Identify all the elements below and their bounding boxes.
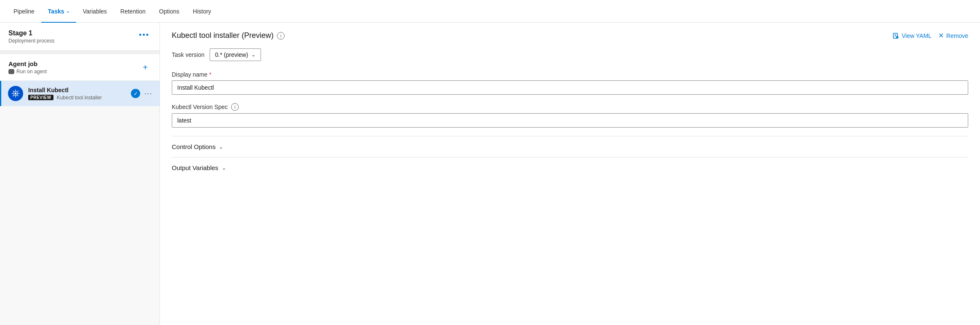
output-variables-chevron-icon: ⌄ <box>222 165 226 171</box>
svg-rect-14 <box>896 36 898 38</box>
task-more-button[interactable]: ⋮ <box>144 90 153 97</box>
view-yaml-label: View YAML <box>902 32 932 39</box>
remove-button[interactable]: ✕ Remove <box>938 32 968 40</box>
nav-tasks[interactable]: Tasks ⌄ <box>41 0 76 23</box>
agent-icon <box>8 69 14 74</box>
svg-line-5 <box>13 91 14 92</box>
left-panel: Stage 1 Deployment process ••• Agent job… <box>0 23 160 325</box>
right-header-actions: View YAML ✕ Remove <box>892 32 968 40</box>
display-name-input[interactable] <box>172 80 968 95</box>
version-chevron-icon: ⌄ <box>251 52 256 58</box>
agent-job-sub: Run on agent <box>8 69 47 75</box>
task-badges: PREVIEW Kubectl tool installer <box>28 95 126 101</box>
view-yaml-button[interactable]: View YAML <box>892 32 932 39</box>
svg-point-0 <box>15 93 17 95</box>
right-panel: Kubectl tool installer (Preview) i View … <box>160 23 980 325</box>
kubectl-version-info-icon[interactable]: i <box>231 103 239 111</box>
control-options-header[interactable]: Control Options ⌄ <box>172 143 968 150</box>
control-options-chevron-icon: ⌄ <box>219 144 223 150</box>
stage-info: Stage 1 Deployment process <box>8 29 54 44</box>
task-check-icon: ✓ <box>131 89 140 98</box>
agent-job-info: Agent job Run on agent <box>8 60 47 75</box>
top-navigation: Pipeline Tasks ⌄ Variables Retention Opt… <box>0 0 980 23</box>
kubectl-version-input[interactable] <box>172 113 968 128</box>
nav-history[interactable]: History <box>186 0 218 23</box>
title-info-icon[interactable]: i <box>277 32 285 40</box>
control-options-label: Control Options <box>172 143 216 150</box>
svg-line-7 <box>17 91 19 92</box>
stage-subtitle: Deployment process <box>8 38 54 44</box>
right-panel-title: Kubectl tool installer (Preview) <box>172 31 274 40</box>
task-version-label: Task version <box>172 51 205 58</box>
yaml-icon <box>892 32 899 39</box>
task-version-row: Task version 0.* (preview) ⌄ <box>172 48 968 61</box>
version-value: 0.* (preview) <box>215 51 248 58</box>
kubectl-version-group: Kubectl Version Spec i <box>172 103 968 128</box>
agent-job-title: Agent job <box>8 60 47 67</box>
task-version-select[interactable]: 0.* (preview) ⌄ <box>210 48 261 61</box>
svg-line-6 <box>17 95 19 96</box>
kubernetes-svg <box>11 89 20 98</box>
kubectl-icon <box>8 86 23 101</box>
nav-retention[interactable]: Retention <box>114 0 152 23</box>
right-header-left: Kubectl tool installer (Preview) i <box>172 31 285 40</box>
nav-variables[interactable]: Variables <box>76 0 114 23</box>
agent-job-section: Agent job Run on agent + <box>0 54 160 81</box>
preview-badge: PREVIEW <box>28 95 53 100</box>
output-variables-section: Output Variables ⌄ <box>172 157 968 178</box>
task-info: Install Kubectl PREVIEW Kubectl tool ins… <box>28 87 126 101</box>
task-item[interactable]: Install Kubectl PREVIEW Kubectl tool ins… <box>0 81 160 106</box>
task-actions: ✓ ⋮ <box>131 89 153 98</box>
required-star: * <box>209 71 211 78</box>
task-description: Kubectl tool installer <box>57 95 102 101</box>
tasks-chevron-icon: ⌄ <box>66 9 69 13</box>
stage-more-button[interactable]: ••• <box>137 29 151 40</box>
display-name-group: Display name * <box>172 71 968 95</box>
nav-options[interactable]: Options <box>152 0 186 23</box>
agent-job-subtitle: Run on agent <box>16 69 47 75</box>
output-variables-header[interactable]: Output Variables ⌄ <box>172 164 968 171</box>
nav-pipeline[interactable]: Pipeline <box>7 0 41 23</box>
right-panel-header: Kubectl tool installer (Preview) i View … <box>172 31 968 40</box>
control-options-section: Control Options ⌄ <box>172 136 968 157</box>
remove-x-icon: ✕ <box>938 32 944 40</box>
add-task-button[interactable]: + <box>139 61 151 74</box>
task-name: Install Kubectl <box>28 87 126 93</box>
svg-line-8 <box>13 95 14 96</box>
stage-header: Stage 1 Deployment process ••• <box>0 23 160 51</box>
output-variables-label: Output Variables <box>172 164 218 171</box>
panel-divider <box>0 51 160 54</box>
main-layout: Stage 1 Deployment process ••• Agent job… <box>0 23 980 325</box>
stage-title: Stage 1 <box>8 29 54 37</box>
display-name-label: Display name * <box>172 71 968 78</box>
remove-label: Remove <box>946 32 968 39</box>
kubectl-version-label: Kubectl Version Spec i <box>172 103 968 111</box>
